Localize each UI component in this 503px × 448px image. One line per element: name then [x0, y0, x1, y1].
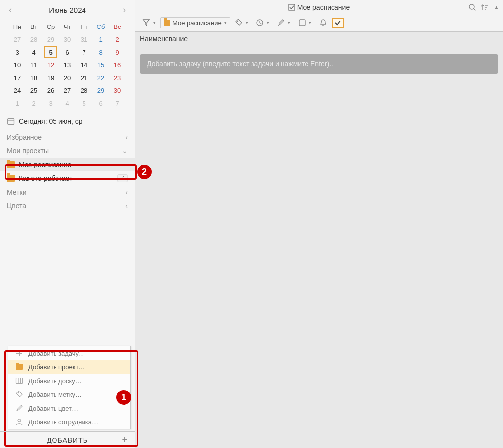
svg-rect-0	[8, 119, 14, 125]
section-favorites[interactable]: Избранное ‹	[0, 130, 135, 144]
calendar-day[interactable]: 11	[27, 58, 41, 71]
today-label: Сегодня: 05 июн, ср	[19, 117, 83, 125]
tag-icon	[235, 19, 243, 27]
menu-add-board[interactable]: Добавить доску…	[8, 374, 130, 388]
calendar-day[interactable]: 19	[44, 71, 57, 84]
clock-icon	[256, 19, 264, 27]
calendar-day[interactable]: 24	[10, 84, 24, 97]
calendar-day[interactable]: 13	[60, 58, 74, 71]
annotation-callout-2: 2	[137, 165, 152, 179]
svg-point-12	[469, 4, 474, 9]
menu-add-task[interactable]: Добавить задачу…	[8, 346, 130, 360]
calendar-day[interactable]: 6	[60, 46, 74, 58]
color-filter-button[interactable]: ▾	[274, 17, 294, 28]
menu-add-color[interactable]: Добавить цвет…	[8, 401, 130, 415]
calendar-day[interactable]: 25	[27, 84, 41, 97]
reminder-button[interactable]	[316, 17, 331, 28]
calendar-day[interactable]: 30	[60, 33, 74, 46]
project-crumb-button[interactable]: Мое расписание ▾	[160, 17, 230, 28]
calendar-day[interactable]: 29	[94, 84, 108, 97]
calendar-prev-button[interactable]: ‹	[5, 3, 16, 17]
section-colors[interactable]: Цвета ‹	[0, 199, 135, 213]
section-my-projects[interactable]: Мои проекты ⌄	[0, 144, 135, 158]
time-filter-button[interactable]: ▾	[252, 17, 273, 28]
funnel-icon	[142, 19, 150, 27]
calendar-day[interactable]: 17	[10, 71, 24, 84]
calendar-day[interactable]: 3	[44, 97, 57, 110]
calendar-day[interactable]: 7	[111, 97, 124, 110]
add-task-input[interactable]: Добавить задачу (введите текст задачи и …	[140, 54, 498, 74]
square-icon	[298, 19, 306, 27]
calendar-dow: Пт	[77, 20, 91, 33]
calendar-day[interactable]: 27	[10, 33, 24, 46]
column-header-name[interactable]: Наименование	[135, 32, 503, 46]
menu-add-project[interactable]: Добавить проект…	[8, 360, 130, 374]
calendar-day[interactable]: 21	[77, 71, 91, 84]
calendar-day[interactable]: 16	[111, 58, 124, 71]
annotation-callout-1: 1	[116, 390, 131, 405]
svg-line-21	[260, 23, 261, 24]
folder-icon	[164, 20, 170, 26]
filter-button[interactable]: ▾	[139, 17, 159, 28]
brush-icon	[277, 19, 285, 27]
project-my-schedule[interactable]: Мое расписание	[0, 158, 135, 171]
brush-icon	[15, 404, 24, 413]
calendar-dow: Ср	[44, 20, 57, 33]
search-icon[interactable]	[468, 3, 476, 11]
completed-filter-button[interactable]	[332, 18, 344, 28]
project-how-it-works[interactable]: Как это работает 7	[0, 171, 135, 185]
calendar-day[interactable]: 15	[94, 58, 108, 71]
chevron-left-icon: ‹	[125, 188, 128, 196]
sort-icon[interactable]	[481, 3, 489, 11]
add-menu-popup: Добавить задачу… Добавить проект… Добави…	[8, 346, 131, 429]
tag-filter-button[interactable]: ▾	[231, 17, 252, 28]
calendar-day[interactable]: 5	[77, 97, 91, 110]
calendar-dow: Вт	[27, 20, 41, 33]
calendar-day[interactable]: 7	[77, 46, 91, 58]
calendar-next-button[interactable]: ›	[119, 3, 130, 17]
calendar-day[interactable]: 18	[27, 71, 41, 84]
chevron-left-icon: ‹	[125, 133, 128, 141]
svg-rect-11	[289, 4, 295, 10]
calendar-day[interactable]: 20	[60, 71, 74, 84]
calendar-day[interactable]: 4	[60, 97, 74, 110]
calendar-day[interactable]: 27	[60, 84, 74, 97]
svg-point-10	[18, 419, 21, 422]
calendar-day[interactable]: 28	[77, 84, 91, 97]
calendar-day[interactable]: 26	[44, 84, 57, 97]
calendar-day[interactable]: 29	[44, 33, 57, 46]
calendar-day[interactable]: 12	[44, 58, 57, 71]
calendar-day[interactable]: 28	[27, 33, 41, 46]
folder-icon	[7, 161, 15, 168]
menu-add-member[interactable]: Добавить сотрудника…	[8, 415, 130, 429]
calendar-day[interactable]: 6	[94, 97, 108, 110]
calendar-day[interactable]: 30	[111, 84, 124, 97]
calendar-day[interactable]: 14	[77, 58, 91, 71]
calendar-day[interactable]: 1	[94, 33, 108, 46]
today-link[interactable]: Сегодня: 05 июн, ср	[0, 113, 135, 130]
calendar-day[interactable]: 3	[10, 46, 24, 58]
calendar-day[interactable]: 1	[10, 97, 24, 110]
calendar-day[interactable]: 9	[111, 46, 124, 58]
svg-line-13	[474, 9, 475, 11]
calendar-dow: Пн	[10, 20, 24, 33]
add-button[interactable]: ДОБАВИТЬ +	[0, 431, 135, 448]
bell-icon	[319, 19, 327, 27]
svg-point-18	[237, 21, 238, 22]
folder-icon	[15, 363, 24, 371]
calendar-day[interactable]: 8	[94, 46, 108, 58]
chevron-down-icon: ⌄	[122, 147, 128, 155]
collapse-icon[interactable]: ▲	[494, 4, 499, 10]
calendar-day[interactable]: 31	[77, 33, 91, 46]
calendar-day[interactable]: 5	[44, 46, 57, 58]
calendar-day[interactable]: 10	[10, 58, 24, 71]
calendar-day[interactable]: 4	[27, 46, 41, 58]
section-labels[interactable]: Метки ‹	[0, 185, 135, 199]
page-title: Мое расписание	[288, 3, 350, 11]
calendar-day[interactable]: 22	[94, 71, 108, 84]
calendar-day[interactable]: 2	[27, 97, 41, 110]
shape-filter-button[interactable]: ▾	[295, 17, 315, 28]
calendar-day[interactable]: 2	[111, 33, 124, 46]
calendar-day[interactable]: 23	[111, 71, 124, 84]
menu-add-label[interactable]: Добавить метку…	[8, 388, 130, 401]
